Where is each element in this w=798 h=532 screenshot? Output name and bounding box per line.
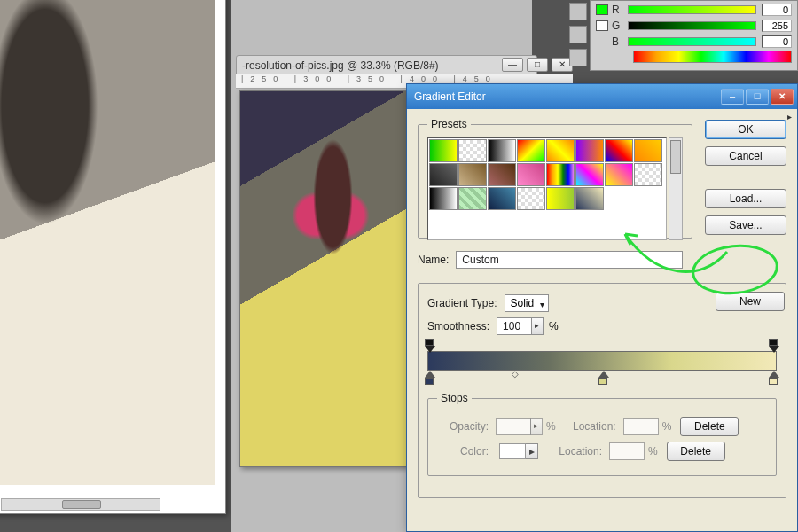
gradient-type-label: Gradient Type: — [427, 297, 497, 309]
preset-swatch[interactable] — [546, 163, 575, 186]
panel-icon[interactable] — [569, 26, 587, 43]
preset-swatch[interactable] — [575, 187, 604, 210]
opacity-stepper — [530, 418, 543, 435]
panel-tool-icons — [569, 3, 589, 72]
foreground-swatch[interactable] — [596, 4, 608, 15]
dialog-button-column: OK Cancel Load... Save... — [705, 120, 786, 235]
color-stop-right[interactable] — [769, 371, 779, 381]
panel-icon[interactable] — [569, 3, 587, 20]
preset-swatch[interactable] — [605, 139, 633, 162]
location-label: Location: — [551, 445, 602, 458]
percent-unit: % — [662, 420, 672, 433]
red-slider-row: R 0 — [596, 3, 792, 17]
preset-swatch[interactable] — [488, 187, 516, 210]
name-row: Name: Custom — [418, 251, 786, 269]
cancel-button[interactable]: Cancel — [705, 146, 786, 166]
presets-flyout-icon[interactable] — [787, 112, 792, 121]
preset-swatch[interactable] — [546, 139, 575, 162]
b-slider[interactable] — [628, 37, 756, 46]
preset-swatch[interactable] — [575, 139, 604, 162]
g-label: G — [612, 20, 622, 32]
percent-unit: % — [546, 420, 556, 433]
scrollbar-thumb[interactable] — [670, 140, 681, 174]
preset-swatch[interactable] — [605, 163, 633, 186]
gradient-type-select[interactable]: Solid — [505, 294, 550, 312]
opacity-stop-right[interactable] — [769, 340, 779, 351]
preset-swatch[interactable] — [575, 163, 604, 186]
presets-fieldset: Presets — [418, 118, 692, 239]
color-stop-mid[interactable] — [598, 371, 609, 381]
save-button[interactable]: Save... — [705, 215, 786, 235]
preset-swatch[interactable] — [458, 139, 487, 162]
preset-swatch[interactable] — [634, 139, 662, 162]
panel-icon[interactable] — [569, 49, 587, 66]
g-slider[interactable] — [628, 21, 756, 30]
preset-swatch[interactable] — [488, 139, 516, 162]
new-button[interactable]: New — [716, 292, 785, 311]
opacity-input — [496, 418, 531, 435]
load-button[interactable]: Load... — [705, 189, 786, 208]
blue-slider-row: B 0 — [596, 35, 792, 49]
dialog-maximize-button[interactable] — [746, 89, 769, 105]
color-panel: R 0 G 255 B 0 — [590, 0, 798, 71]
r-label: R — [612, 4, 622, 16]
opacity-stop-left[interactable] — [425, 340, 435, 351]
preset-swatch[interactable] — [458, 163, 487, 186]
location-label: Location: — [565, 420, 616, 433]
delete-color-stop-button: Delete — [667, 442, 725, 461]
name-input[interactable]: Custom — [456, 251, 683, 269]
scrollbar-thumb[interactable] — [62, 500, 101, 509]
gradient-editor-dialog: Gradient Editor Presets — [406, 83, 798, 532]
b-label: B — [612, 35, 622, 48]
percent-unit: % — [648, 445, 658, 458]
preset-swatch[interactable] — [429, 187, 458, 210]
background-document-right — [239, 90, 408, 467]
midpoint-marker[interactable] — [512, 369, 519, 379]
photo-placeholder — [0, 0, 215, 485]
document-tab-title[interactable]: -resolution-of-pics.jpg @ 33.3% (RGB/8#) — [236, 55, 537, 74]
color-label: Color: — [437, 445, 489, 458]
green-slider-row: G 255 — [596, 19, 792, 33]
color-well — [499, 443, 526, 459]
gradient-bar[interactable] — [427, 351, 777, 371]
document-window-controls: — □ ✕ — [502, 58, 573, 72]
presets-legend: Presets — [427, 118, 471, 130]
preset-swatch[interactable] — [488, 163, 516, 186]
delete-opacity-stop-button: Delete — [680, 417, 739, 436]
color-stop-left[interactable] — [425, 371, 435, 381]
preset-swatch[interactable] — [517, 187, 545, 210]
r-slider[interactable] — [628, 5, 756, 14]
dialog-close-button[interactable] — [771, 89, 794, 105]
smoothness-label: Smoothness: — [427, 320, 489, 332]
preset-swatch[interactable] — [458, 187, 487, 210]
g-value[interactable]: 255 — [762, 20, 792, 32]
preset-swatch[interactable] — [429, 163, 458, 186]
b-value[interactable]: 0 — [762, 35, 792, 48]
preset-swatch[interactable] — [429, 139, 458, 162]
horizontal-scrollbar[interactable] — [1, 498, 160, 511]
preset-swatch[interactable] — [517, 163, 545, 186]
r-value[interactable]: 0 — [762, 4, 792, 16]
dialog-title: Gradient Editor — [414, 90, 719, 103]
preset-swatch[interactable] — [634, 163, 662, 186]
smoothness-stepper[interactable] — [531, 317, 544, 335]
dialog-titlebar[interactable]: Gradient Editor — [407, 84, 797, 109]
smoothness-input[interactable]: 100 — [497, 317, 532, 335]
opacity-label: Opacity: — [437, 420, 489, 433]
spectrum-bar[interactable] — [633, 51, 792, 63]
dialog-minimize-button[interactable] — [721, 89, 744, 105]
color-location-input — [609, 442, 645, 460]
doc-minimize-button[interactable]: — — [502, 58, 523, 72]
background-swatch[interactable] — [596, 20, 608, 31]
stops-fieldset: Stops Opacity: % Location: % Delete Colo… — [427, 392, 777, 476]
opacity-stop-row: Opacity: % Location: % Delete — [437, 417, 767, 436]
preset-swatch[interactable] — [546, 187, 575, 210]
preset-swatch[interactable] — [517, 139, 545, 162]
photo-placeholder — [240, 91, 408, 467]
ok-button[interactable]: OK — [705, 120, 786, 139]
stops-legend: Stops — [437, 392, 472, 404]
gradient-type-fieldset: Gradient Type: Solid Smoothness: 100 % S… — [418, 283, 786, 498]
name-label: Name: — [418, 254, 449, 266]
presets-scrollbar[interactable] — [669, 137, 683, 240]
doc-maximize-button[interactable]: □ — [527, 58, 548, 72]
